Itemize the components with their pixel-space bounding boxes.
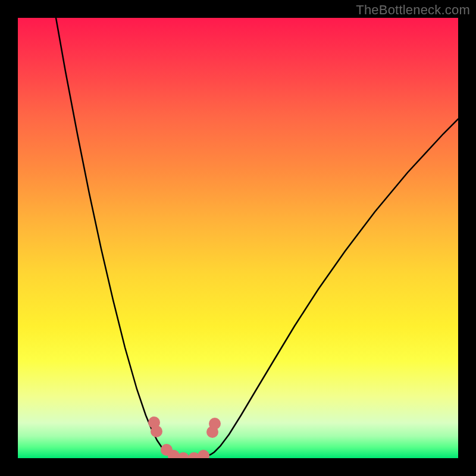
- curve-marker: [177, 452, 189, 458]
- marker-layer: [148, 416, 221, 458]
- curve-marker: [151, 425, 162, 437]
- curve-marker: [209, 418, 221, 430]
- watermark-text: TheBottleneck.com: [356, 2, 470, 18]
- chart-frame: TheBottleneck.com: [0, 0, 476, 476]
- curve-marker: [198, 450, 209, 458]
- bottleneck-curve: [56, 18, 458, 458]
- chart-plot-area: [18, 18, 458, 458]
- curve-layer: [18, 18, 458, 458]
